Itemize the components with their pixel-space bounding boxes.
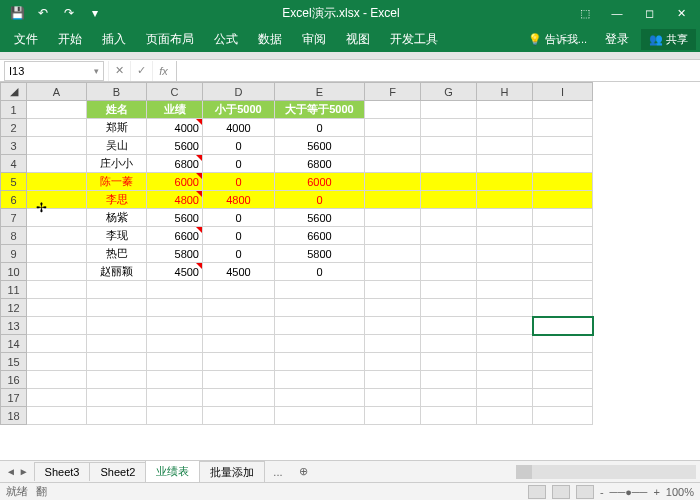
- maximize-icon[interactable]: ◻: [634, 1, 664, 25]
- tab-review[interactable]: 审阅: [292, 27, 336, 52]
- row-17[interactable]: 17: [1, 389, 593, 407]
- status-bar: 就绪 翻 - ──●── + 100%: [0, 482, 700, 500]
- cancel-icon[interactable]: ✕: [108, 61, 130, 81]
- row-11[interactable]: 11: [1, 281, 593, 299]
- row-10[interactable]: 10赵丽颖450045000: [1, 263, 593, 281]
- view-layout-icon[interactable]: [552, 485, 570, 499]
- tell-me[interactable]: 💡告诉我...: [522, 30, 593, 49]
- fx-icon[interactable]: fx: [152, 61, 174, 81]
- row-15[interactable]: 15: [1, 353, 593, 371]
- row-9[interactable]: 9热巴580005800: [1, 245, 593, 263]
- horizontal-scrollbar[interactable]: [516, 465, 696, 479]
- ribbon-tabs: 文件 开始 插入 页面布局 公式 数据 审阅 视图 开发工具 💡告诉我... 登…: [0, 26, 700, 52]
- sheet-tab-active[interactable]: 业绩表: [145, 460, 200, 483]
- col-c[interactable]: C: [147, 83, 203, 101]
- minimize-icon[interactable]: —: [602, 1, 632, 25]
- status-ready: 就绪: [6, 484, 28, 499]
- col-f[interactable]: F: [365, 83, 421, 101]
- cursor-icon: ✢: [36, 200, 47, 215]
- col-d[interactable]: D: [203, 83, 275, 101]
- col-i[interactable]: I: [533, 83, 593, 101]
- name-box[interactable]: I13: [4, 61, 104, 81]
- tab-layout[interactable]: 页面布局: [136, 27, 204, 52]
- row-14[interactable]: 14: [1, 335, 593, 353]
- col-h[interactable]: H: [477, 83, 533, 101]
- tab-developer[interactable]: 开发工具: [380, 27, 448, 52]
- window-title: Excel演示.xlsx - Excel: [112, 5, 570, 22]
- tab-formula[interactable]: 公式: [204, 27, 248, 52]
- enter-icon[interactable]: ✓: [130, 61, 152, 81]
- select-all[interactable]: ◢: [1, 83, 27, 101]
- zoom-level[interactable]: 100%: [666, 486, 694, 498]
- share-button[interactable]: 👥共享: [641, 29, 696, 50]
- zoom-slider[interactable]: ──●──: [610, 486, 648, 498]
- bulb-icon: 💡: [528, 33, 542, 46]
- undo-icon[interactable]: ↶: [32, 2, 54, 24]
- row-16[interactable]: 16: [1, 371, 593, 389]
- row-6[interactable]: 6李思480048000: [1, 191, 593, 209]
- zoom-out-icon[interactable]: -: [600, 486, 604, 498]
- row-8[interactable]: 8李现660006600: [1, 227, 593, 245]
- worksheet-grid[interactable]: ◢ A B C D E F G H I 1姓名业绩小于5000大于等于5000 …: [0, 82, 700, 462]
- tab-nav[interactable]: ◄ ►: [0, 466, 35, 477]
- sheet-tab-sheet2[interactable]: Sheet2: [89, 462, 146, 481]
- row-1[interactable]: 1姓名业绩小于5000大于等于5000: [1, 101, 593, 119]
- zoom-in-icon[interactable]: +: [653, 486, 659, 498]
- formula-bar: I13 ✕ ✓ fx: [0, 60, 700, 82]
- ribbon-options-icon[interactable]: ⬚: [570, 1, 600, 25]
- row-13[interactable]: 13: [1, 317, 593, 335]
- row-18[interactable]: 18: [1, 407, 593, 425]
- tab-view[interactable]: 视图: [336, 27, 380, 52]
- window-controls: ⬚ — ◻ ✕: [570, 1, 700, 25]
- tab-file[interactable]: 文件: [4, 27, 48, 52]
- close-icon[interactable]: ✕: [666, 1, 696, 25]
- column-headers[interactable]: ◢ A B C D E F G H I: [1, 83, 593, 101]
- tab-home[interactable]: 开始: [48, 27, 92, 52]
- row-12[interactable]: 12: [1, 299, 593, 317]
- col-b[interactable]: B: [87, 83, 147, 101]
- ribbon-collapsed-area: [0, 52, 700, 60]
- login-link[interactable]: 登录: [595, 27, 639, 52]
- share-icon: 👥: [649, 33, 663, 46]
- row-7[interactable]: 7杨紫560005600: [1, 209, 593, 227]
- sheet-tab-sheet3[interactable]: Sheet3: [34, 462, 91, 481]
- more-tabs-icon[interactable]: ...: [265, 463, 290, 481]
- status-extra: 翻: [36, 484, 47, 499]
- view-normal-icon[interactable]: [528, 485, 546, 499]
- add-sheet-icon[interactable]: ⊕: [291, 462, 316, 481]
- customize-qat-icon[interactable]: ▾: [84, 2, 106, 24]
- row-4[interactable]: 4庄小小680006800: [1, 155, 593, 173]
- tab-data[interactable]: 数据: [248, 27, 292, 52]
- redo-icon[interactable]: ↷: [58, 2, 80, 24]
- view-break-icon[interactable]: [576, 485, 594, 499]
- formula-input[interactable]: [176, 61, 700, 81]
- sheet-tab-bar: ◄ ► Sheet3 Sheet2 业绩表 批量添加 ... ⊕: [0, 460, 700, 482]
- active-cell[interactable]: [533, 317, 593, 335]
- col-a[interactable]: A: [27, 83, 87, 101]
- row-3[interactable]: 3吴山560005600: [1, 137, 593, 155]
- sheet-tab-extra[interactable]: 批量添加: [199, 461, 265, 483]
- save-icon[interactable]: 💾: [6, 2, 28, 24]
- row-5[interactable]: 5陈一蓁600006000: [1, 173, 593, 191]
- row-2[interactable]: 2郑斯400040000: [1, 119, 593, 137]
- quick-access-toolbar: 💾 ↶ ↷ ▾: [0, 2, 112, 24]
- tab-insert[interactable]: 插入: [92, 27, 136, 52]
- col-e[interactable]: E: [275, 83, 365, 101]
- col-g[interactable]: G: [421, 83, 477, 101]
- title-bar: 💾 ↶ ↷ ▾ Excel演示.xlsx - Excel ⬚ — ◻ ✕: [0, 0, 700, 26]
